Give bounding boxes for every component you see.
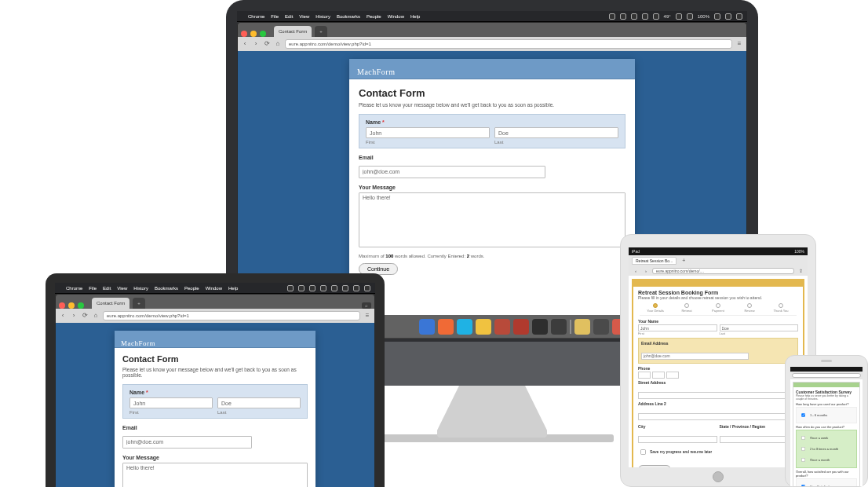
menubar-view[interactable]: View bbox=[117, 286, 127, 291]
menubar-bookmarks[interactable]: Bookmarks bbox=[337, 14, 360, 19]
safari-tab[interactable]: Retreat Session Bo... bbox=[632, 257, 677, 265]
menubar-indicator-icon[interactable] bbox=[609, 13, 615, 20]
address-bar[interactable]: eure.appnitro.com/demo/view.php?id=1 bbox=[285, 39, 732, 49]
spotlight-icon[interactable] bbox=[364, 285, 370, 291]
menubar-help[interactable]: Help bbox=[228, 286, 238, 291]
airport-icon[interactable] bbox=[676, 13, 682, 20]
spotlight-icon[interactable] bbox=[725, 13, 731, 20]
menubar-view[interactable]: View bbox=[299, 14, 309, 19]
forward-button-icon[interactable]: › bbox=[252, 40, 260, 48]
last-name-input[interactable] bbox=[217, 397, 301, 408]
browser-tab-active[interactable]: Contact Form bbox=[92, 298, 129, 309]
dock-app-icon[interactable] bbox=[551, 319, 567, 335]
home-button[interactable] bbox=[713, 471, 724, 482]
menubar-history[interactable]: History bbox=[315, 14, 330, 19]
minimize-window-button[interactable] bbox=[68, 302, 75, 309]
dock-app-icon[interactable] bbox=[593, 319, 609, 335]
close-window-button[interactable] bbox=[59, 302, 65, 309]
forward-button-icon[interactable]: › bbox=[642, 267, 650, 275]
phone-part-input[interactable] bbox=[638, 372, 651, 379]
save-progress-row[interactable]: Save my progress and resume later bbox=[638, 447, 798, 457]
radio-option[interactable]: 2 to 3 times a month bbox=[798, 444, 855, 454]
new-tab-button[interactable]: + bbox=[315, 26, 327, 37]
address-bar[interactable] bbox=[792, 373, 861, 378]
menubar-file[interactable]: File bbox=[271, 14, 279, 19]
last-name-input[interactable] bbox=[720, 324, 799, 331]
radio-option[interactable]: Very Satisfied bbox=[798, 482, 855, 486]
first-name-input[interactable] bbox=[366, 127, 490, 138]
battery-icon[interactable] bbox=[714, 13, 720, 20]
radio-option[interactable]: 1 - 6 months bbox=[798, 410, 855, 420]
save-progress-checkbox[interactable] bbox=[640, 449, 646, 455]
menu-button-icon[interactable]: ≡ bbox=[363, 312, 371, 320]
new-tab-button[interactable]: + bbox=[133, 298, 145, 309]
home-button-icon[interactable]: ⌂ bbox=[274, 40, 282, 48]
phone-part-input[interactable] bbox=[652, 372, 665, 379]
menubar-app[interactable]: Chrome bbox=[66, 286, 82, 291]
battery-icon[interactable] bbox=[353, 285, 359, 291]
menubar-indicator-icon[interactable] bbox=[320, 285, 326, 291]
back-button-icon[interactable]: ‹ bbox=[241, 40, 249, 48]
wifi-icon[interactable] bbox=[342, 285, 348, 291]
menubar-people[interactable]: People bbox=[367, 14, 381, 19]
address-bar[interactable]: eure.appnitro.com/demo/.... bbox=[652, 268, 794, 274]
menubar-indicator-icon[interactable] bbox=[642, 13, 648, 20]
email-input[interactable] bbox=[122, 436, 252, 449]
menubar-indicator-icon[interactable] bbox=[287, 285, 294, 291]
back-button-icon[interactable]: ‹ bbox=[59, 312, 67, 320]
menubar-app[interactable]: Chrome bbox=[248, 14, 264, 19]
menubar-edit[interactable]: Edit bbox=[285, 14, 293, 19]
menubar-edit[interactable]: Edit bbox=[103, 286, 111, 291]
street-input[interactable] bbox=[638, 392, 798, 399]
back-button-icon[interactable]: ‹ bbox=[632, 267, 640, 275]
temperature-readout[interactable]: 49° bbox=[664, 14, 671, 19]
menubar-window[interactable]: Window bbox=[388, 14, 404, 19]
new-tab-button[interactable]: + bbox=[680, 257, 687, 265]
menu-button-icon[interactable]: ≡ bbox=[735, 40, 743, 48]
zoom-window-button[interactable] bbox=[78, 302, 84, 309]
browser-tab-active[interactable]: Contact Form bbox=[274, 26, 312, 37]
menubar-window[interactable]: Window bbox=[206, 286, 222, 291]
message-input[interactable] bbox=[122, 463, 308, 488]
city-input[interactable] bbox=[638, 436, 717, 443]
menubar-help[interactable]: Help bbox=[410, 14, 420, 19]
dock-app-icon[interactable] bbox=[476, 319, 491, 335]
dock-app-icon[interactable] bbox=[494, 319, 510, 335]
continue-button[interactable]: Continue bbox=[638, 465, 671, 467]
reload-button-icon[interactable]: ⟳ bbox=[81, 312, 89, 320]
menubar-indicator-icon[interactable] bbox=[620, 13, 626, 20]
home-button-icon[interactable]: ⌂ bbox=[92, 312, 100, 320]
bluetooth-icon[interactable] bbox=[653, 13, 659, 20]
email-input[interactable] bbox=[359, 166, 545, 178]
step-dot[interactable] bbox=[684, 303, 689, 308]
dock-app-icon[interactable] bbox=[574, 319, 590, 335]
first-name-input[interactable] bbox=[129, 397, 213, 408]
share-button-icon[interactable]: ⇪ bbox=[797, 267, 804, 275]
close-window-button[interactable] bbox=[241, 31, 247, 37]
menubar-file[interactable]: File bbox=[89, 286, 97, 291]
last-name-input[interactable] bbox=[494, 127, 618, 138]
menubar-indicator-icon[interactable] bbox=[331, 285, 337, 291]
forward-button-icon[interactable]: › bbox=[70, 312, 78, 320]
message-input[interactable] bbox=[359, 192, 625, 247]
address-bar[interactable]: eure.appnitro.com/demo/view.php?id=1 bbox=[103, 311, 360, 320]
first-name-input[interactable] bbox=[638, 324, 717, 331]
tab-search-button[interactable]: ⌕ bbox=[362, 302, 371, 309]
zoom-window-button[interactable] bbox=[260, 31, 266, 37]
radio-option[interactable]: Once a week bbox=[798, 433, 855, 443]
menubar-bookmarks[interactable]: Bookmarks bbox=[155, 286, 178, 291]
menubar-history[interactable]: History bbox=[133, 286, 148, 291]
dock-app-icon[interactable] bbox=[532, 319, 548, 335]
minimize-window-button[interactable] bbox=[250, 31, 257, 37]
step-dot-active[interactable] bbox=[653, 303, 658, 308]
phone-part-input[interactable] bbox=[666, 372, 679, 379]
battery-readout[interactable]: 100% bbox=[698, 14, 709, 19]
addr2-input[interactable] bbox=[638, 413, 798, 420]
radio-option[interactable]: Once a month bbox=[798, 455, 855, 465]
notification-center-icon[interactable] bbox=[736, 13, 742, 20]
dock-app-icon[interactable] bbox=[438, 319, 454, 335]
email-input[interactable] bbox=[641, 353, 749, 360]
step-dot[interactable] bbox=[747, 303, 752, 308]
menubar-indicator-icon[interactable] bbox=[298, 285, 305, 291]
menubar-indicator-icon[interactable] bbox=[309, 285, 315, 291]
